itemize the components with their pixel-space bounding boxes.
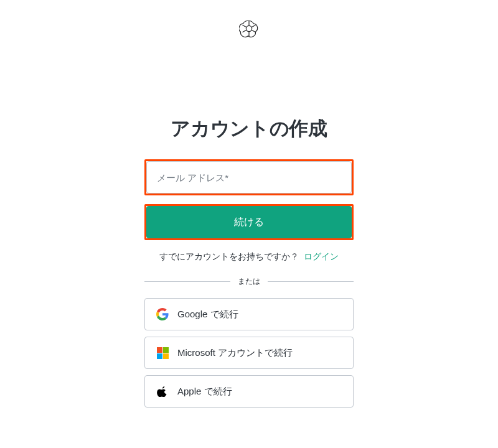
apple-icon (156, 385, 169, 398)
openai-logo-icon (239, 19, 259, 41)
social-divider: または (144, 276, 354, 287)
page-title: アカウントの作成 (171, 116, 327, 142)
continue-with-microsoft-button[interactable]: Microsoft アカウントで続行 (144, 337, 354, 369)
brand-logo-container (0, 0, 498, 41)
google-icon (156, 308, 169, 320)
login-prompt: すでにアカウントをお持ちですか？ ログイン (159, 251, 339, 263)
google-button-label: Google で続行 (177, 309, 238, 320)
microsoft-button-label: Microsoft アカウントで続行 (177, 347, 293, 359)
email-highlight (144, 159, 354, 195)
svg-point-0 (246, 26, 251, 31)
email-input[interactable] (146, 161, 352, 194)
signup-card: アカウントの作成 続ける すでにアカウントをお持ちですか？ ログイン または G… (144, 116, 354, 414)
login-link[interactable]: ログイン (304, 251, 339, 261)
continue-with-google-button[interactable]: Google で続行 (144, 298, 354, 330)
have-account-text: すでにアカウントをお持ちですか？ (159, 251, 299, 261)
continue-button[interactable]: 続ける (146, 206, 352, 238)
microsoft-icon (156, 347, 169, 359)
apple-button-label: Apple で続行 (177, 386, 232, 398)
continue-highlight: 続ける (144, 204, 354, 240)
divider-label: または (230, 276, 268, 287)
continue-with-apple-button[interactable]: Apple で続行 (144, 375, 354, 408)
